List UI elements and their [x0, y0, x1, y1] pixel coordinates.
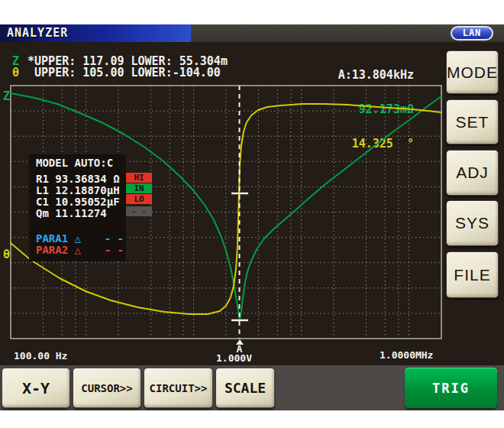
cursor-frequency-value: A:13.804kHz [305, 70, 414, 81]
model-row-r1: R1 93.36834 Ω [36, 173, 126, 185]
model-row-qm: Qm 11.11274 [36, 208, 126, 219]
model-title: MODEL AUTO:C [36, 157, 126, 169]
softkey-xy[interactable]: X-Y [2, 368, 70, 408]
trig-button[interactable]: TRIG [405, 368, 497, 408]
theta-scale-readout: θ UPPER: 105.00 LOWER:-104.00 [12, 67, 221, 79]
model-row-c1: C1 10.95052µF [36, 196, 126, 208]
y-axis-label-theta: θ [3, 249, 10, 261]
comparator-hi-indicator: HI [126, 173, 152, 183]
comparator-in-indicator: IN [126, 183, 152, 193]
lcd-screen: ANALYZER LAN Z*UPPER: 117.09 LOWER: 55.3… [0, 24, 504, 410]
app-mode-label: ANALYZER [7, 26, 68, 40]
softkey-cursor[interactable]: CURSOR>> [73, 368, 141, 408]
title-bar: ANALYZER LAN [0, 24, 504, 42]
menu-button-adj[interactable]: ADJ [446, 150, 499, 196]
model-info-panel: MODEL AUTO:C R1 93.36834 Ω L1 12.18870µH… [29, 154, 126, 261]
app-mode-tab: ANALYZER [0, 24, 191, 42]
y-axis-label-z: Z [3, 91, 10, 102]
para1-label: PARA1 △ [36, 233, 81, 245]
instrument-screen-page: ANALYZER LAN Z*UPPER: 117.09 LOWER: 55.3… [0, 0, 504, 428]
para1-value: - - [105, 233, 124, 245]
cursor-a-label: A [231, 345, 247, 354]
menu-button-sys[interactable]: SYS [446, 200, 499, 246]
menu-button-file[interactable]: FILE [446, 251, 499, 298]
softkey-bar: X-Y CURSOR>> CIRCUIT>> SCALE TRIG [0, 365, 504, 410]
para2-row: PARA2 △ - - [36, 245, 126, 256]
comparator-lo-indicator: LO [126, 194, 152, 204]
x-axis-start-label: 100.00 Hz [14, 351, 67, 361]
menu-button-mode[interactable]: MODE [446, 50, 499, 94]
theta-axis-marker: θ [12, 66, 19, 79]
softkey-scale[interactable]: SCALE [215, 368, 275, 408]
x-axis-end-label: 1.0000MHz [380, 350, 433, 360]
para2-value: - - [105, 245, 124, 256]
model-row-l1: L1 12.18870µH [36, 185, 126, 196]
softkey-circuit[interactable]: CIRCUIT>> [144, 368, 213, 408]
cursor-a-flag[interactable]: A [231, 339, 247, 354]
lan-button[interactable]: LAN [451, 26, 493, 41]
source-level-label: 1.000V [197, 353, 252, 363]
para2-label: PARA2 △ [36, 245, 81, 256]
theta-scale-values: UPPER: 105.00 LOWER:-104.00 [27, 66, 221, 79]
comparator-off-indicator: - - [126, 206, 152, 216]
menu-button-set[interactable]: SET [446, 99, 499, 144]
para-rows: PARA1 △ - - PARA2 △ - - [36, 233, 126, 256]
comparator-indicator-column: HI IN LO - - [126, 173, 152, 217]
para1-row: PARA1 △ - - [36, 233, 126, 245]
